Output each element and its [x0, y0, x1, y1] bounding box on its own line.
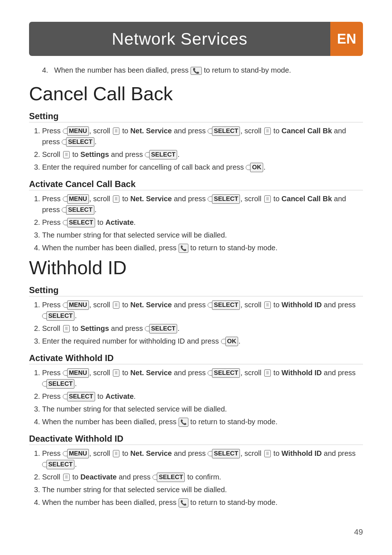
page: Network Services EN 4. When the number h…: [0, 0, 392, 555]
deactivate-withhold-id-heading: Deactivate Withhold ID: [29, 434, 363, 445]
activate-withhold-id-heading: Activate Withhold ID: [29, 353, 363, 364]
scroll-icon: [63, 474, 70, 481]
menu-btn: MENU: [63, 449, 89, 458]
select-btn3: SELECT: [63, 392, 95, 401]
scroll-icon: [63, 325, 70, 332]
list-item: Enter the required number for cancelling…: [42, 162, 363, 173]
activate-withhold-steps: Press MENU, scroll to Net. Service and p…: [42, 367, 363, 427]
header-title-box: Network Services: [29, 22, 330, 56]
list-item: The number string for that selected serv…: [42, 404, 363, 414]
scroll-icon: [264, 450, 271, 457]
list-item: Press MENU, scroll to Net. Service and p…: [42, 367, 363, 389]
list-item: Press MENU, scroll to Net. Service and p…: [42, 299, 363, 321]
menu-btn: MENU: [63, 368, 89, 378]
header-bar: Network Services EN: [29, 22, 363, 56]
header-title: Network Services: [112, 29, 248, 49]
header-lang-box: EN: [330, 22, 363, 56]
activate-withhold-id: Activate Withhold ID Press MENU, scroll …: [29, 353, 363, 427]
list-item: When the number has been dialled, press …: [42, 416, 363, 427]
select-btn: SELECT: [208, 368, 240, 378]
list-item: Scroll to Settings and press SELECT.: [42, 323, 363, 334]
withhold-id-title: Withhold ID: [29, 257, 363, 279]
phone-icon: 📞: [179, 498, 188, 507]
withhold-id-setting-steps: Press MENU, scroll to Net. Service and p…: [42, 299, 363, 347]
list-item: The number string for that selected serv…: [42, 230, 363, 240]
list-item: Press SELECT to Activate.: [42, 391, 363, 402]
scroll-icon: [264, 369, 271, 377]
select-btn2: SELECT: [62, 137, 94, 147]
select-btn2: SELECT: [42, 379, 75, 389]
scroll-icon: [63, 151, 70, 158]
ok-btn: OK: [221, 337, 239, 346]
activate-cancel-steps: Press MENU, scroll to Net. Service and p…: [42, 193, 363, 253]
intro-step4: 4. When the number has been dialled, pre…: [42, 66, 363, 75]
scroll-icon: [113, 127, 119, 135]
select-btn: SELECT: [208, 126, 240, 136]
list-item: When the number has been dialled, press …: [42, 242, 363, 253]
cancel-call-back-setting-heading: Setting: [29, 111, 363, 122]
deactivate-withhold-steps: Press MENU, scroll to Net. Service and p…: [42, 448, 363, 508]
list-item: Enter the required number for withholdin…: [42, 336, 363, 347]
cancel-call-back-section: Cancel Call Back Setting Press MENU, scr…: [29, 83, 363, 253]
scroll-icon: [264, 127, 271, 135]
phone-icon: 📞: [179, 418, 188, 427]
scroll-icon: [113, 369, 119, 377]
phone-return-icon: 📞: [191, 67, 202, 75]
list-item: Scroll to Deactivate and press SELECT to…: [42, 471, 363, 482]
select-btn: SELECT: [208, 194, 240, 204]
cancel-call-back-title: Cancel Call Back: [29, 83, 363, 105]
list-item: When the number has been dialled, press …: [42, 497, 363, 508]
page-number: 49: [354, 527, 363, 537]
list-item: Press MENU, scroll to Net. Service and p…: [42, 448, 363, 470]
withhold-id-setting: Setting Press MENU, scroll to Net. Servi…: [29, 285, 363, 347]
scroll-icon: [113, 450, 119, 457]
select-btn3: SELECT: [63, 218, 95, 227]
select-btn2: SELECT: [62, 205, 94, 215]
select-btn: SELECT: [208, 449, 240, 458]
list-item: Press MENU, scroll to Net. Service and p…: [42, 193, 363, 215]
cancel-call-back-setting-steps: Press MENU, scroll to Net. Service and p…: [42, 125, 363, 173]
scroll-icon: [113, 195, 119, 203]
list-item: Scroll to Settings and press SELECT.: [42, 149, 363, 160]
menu-btn: MENU: [63, 126, 89, 136]
activate-cancel-call-back: Activate Cancel Call Back Press MENU, sc…: [29, 179, 363, 253]
scroll-icon: [264, 301, 271, 309]
list-item: Press MENU, scroll to Net. Service and p…: [42, 125, 363, 147]
withhold-id-setting-heading: Setting: [29, 285, 363, 296]
scroll-icon: [113, 301, 119, 309]
list-item: The number string for that selected serv…: [42, 484, 363, 495]
select-btn3: SELECT: [145, 324, 177, 333]
phone-icon: 📞: [179, 244, 188, 253]
select-btn3: SELECT: [152, 473, 185, 482]
menu-btn: MENU: [63, 194, 89, 204]
activate-cancel-call-back-heading: Activate Cancel Call Back: [29, 179, 363, 190]
scroll-icon: [264, 195, 271, 203]
select-btn2: SELECT: [42, 460, 75, 469]
select-btn3: SELECT: [145, 150, 177, 159]
select-btn2: SELECT: [42, 311, 75, 321]
header-lang: EN: [337, 31, 356, 47]
list-item: Press SELECT to Activate.: [42, 217, 363, 228]
menu-btn: MENU: [63, 300, 89, 310]
deactivate-withhold-id: Deactivate Withhold ID Press MENU, scrol…: [29, 434, 363, 508]
select-btn: SELECT: [208, 300, 240, 310]
ok-btn: OK: [246, 163, 264, 172]
cancel-call-back-setting: Setting Press MENU, scroll to Net. Servi…: [29, 111, 363, 173]
withhold-id-section: Withhold ID Setting Press MENU, scroll t…: [29, 257, 363, 508]
